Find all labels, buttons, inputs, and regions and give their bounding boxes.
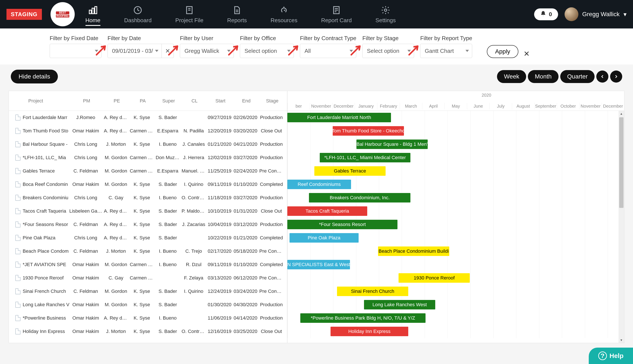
filter-label-contract-type: Filter by Contract Type [300, 35, 356, 42]
nav-resources[interactable]: Resources [271, 5, 297, 24]
gantt-bar[interactable]: Pine Oak Plaza [290, 233, 359, 242]
nav-reports[interactable]: Reports [227, 5, 247, 24]
filter-user[interactable]: Gregg Wallick [180, 44, 234, 58]
filter-report-type[interactable]: Gantt Chart [420, 44, 472, 58]
end-cell: 04/14/2020 [233, 315, 259, 321]
hide-details-button[interactable]: Hide details [11, 70, 58, 84]
pa-cell: K. Syse [130, 182, 156, 187]
stage-cell: Close Out [259, 329, 285, 334]
notifications-pill[interactable]: 0 [534, 8, 558, 20]
start-cell: 10/10/2019 [207, 208, 233, 214]
nav-report-card[interactable]: Report Card [321, 5, 352, 24]
close-filters-icon[interactable]: ✕ [524, 50, 530, 58]
table-row[interactable]: Holiday Inn ExpressOmar HakimJ. MortonK.… [9, 325, 287, 338]
table-row[interactable]: Tacos Craft TaqueriaLisbeleen GarciaA. R… [9, 204, 287, 218]
table-row[interactable]: Sinai French ChurchC. FeldmanM. GordonK.… [9, 285, 287, 298]
stage-cell: Production [259, 302, 285, 308]
scroll-up-icon[interactable]: ▲ [618, 111, 624, 116]
table-row[interactable]: Breakers CondominiuChris LongC. GayK. Sy… [9, 191, 287, 204]
gantt-bar[interactable]: Bal Harbour Square - Bldg 1 Men' [356, 140, 428, 149]
col-pm[interactable]: PM [69, 98, 104, 104]
col-end[interactable]: End [233, 98, 259, 104]
gantt-bar[interactable]: Beach Place Condominium Buildi [378, 246, 449, 256]
start-cell: 12/24/2019 [207, 288, 233, 294]
gantt-bar[interactable]: Tom Thumb Food Store - Okeecho [333, 126, 404, 136]
col-super[interactable]: Super [156, 98, 181, 104]
col-pa[interactable]: PA [130, 98, 156, 104]
col-cl[interactable]: CL [181, 98, 207, 104]
gantt-bar[interactable]: N SPECIALISTS East & West [287, 260, 350, 269]
user-menu[interactable]: Gregg Wallick ▾ [565, 7, 626, 21]
stage-cell: Pre Construc [259, 248, 285, 254]
gantt-bar[interactable]: Breakers Condominium, Inc. [309, 193, 410, 202]
nav-settings[interactable]: Settings [375, 5, 396, 24]
nav-project-file[interactable]: Project File [175, 5, 203, 24]
gantt-bar[interactable]: Long Lake Ranches West [364, 300, 435, 310]
filter-date[interactable]: 09/01/2019 - 03/ [108, 44, 162, 58]
gantt-bar[interactable]: 1930 Ponce Reroof [398, 273, 470, 283]
document-icon [15, 181, 21, 188]
month-label: November [579, 103, 602, 109]
view-month[interactable]: Month [528, 70, 558, 83]
filter-office[interactable]: Select option [240, 44, 294, 58]
logo[interactable]: BESTROOFING [51, 2, 75, 26]
col-stage[interactable]: Stage [259, 98, 285, 104]
gantt-bar[interactable]: Tacos Craft Taqueria [287, 206, 367, 216]
table-row[interactable]: Tom Thumb Food StoOmar HakimA. Rey de Ca… [9, 124, 287, 138]
project-cell: Sinai French Church [15, 288, 69, 294]
clear-date-button[interactable]: ✕ [162, 44, 174, 58]
gantt-bar[interactable]: Fort Lauderdale Marriott North [287, 113, 391, 122]
filter-contract-type[interactable]: All [300, 44, 356, 58]
chart-row: Tom Thumb Food Store - Okeecho [287, 124, 624, 138]
table-row[interactable]: Gables TerraceC. FeldmanM. GordonCarmen … [9, 164, 287, 178]
table-row[interactable]: Fort Lauderdale MarrJ.RomeoA. Rey de CaK… [9, 111, 287, 124]
col-project[interactable]: Project [15, 98, 69, 104]
table-row[interactable]: *Powerline BusinessOmar HakimA. Rey de C… [9, 312, 287, 325]
vertical-scrollbar[interactable]: ▲ ▼ [618, 111, 624, 343]
document-icon [15, 141, 21, 147]
month-label: December [332, 103, 355, 109]
table-row[interactable]: Boca Reef CondominOmar HakimM. GordonK. … [9, 178, 287, 191]
table-row[interactable]: Pine Oak PlazaChris LongA. Rey de CaK. S… [9, 231, 287, 244]
nav-label: Dashboard [124, 17, 152, 24]
svg-rect-1 [92, 8, 94, 14]
scroll-down-icon[interactable]: ▼ [618, 337, 624, 343]
gantt-bar[interactable]: Holiday Inn Express [331, 327, 408, 336]
apply-button[interactable]: Apply [487, 45, 518, 58]
gantt-bar[interactable]: *Powerline Business Park Bldg H, N/O, T/… [300, 313, 426, 323]
chart-row: Bal Harbour Square - Bldg 1 Men' [287, 138, 624, 151]
table-row[interactable]: Bal Harbour Square -Chris LongJ. MortonK… [9, 138, 287, 151]
gantt-bar[interactable]: *LFH-101, LLC_ Miami Medical Center [320, 153, 410, 162]
filter-fixed-date[interactable] [50, 44, 101, 58]
nav-home[interactable]: Home [86, 5, 100, 26]
table-row[interactable]: 1930 Ponce ReroofOmar HakimC. GayCarmen … [9, 271, 287, 285]
stage-cell: Production [259, 315, 285, 321]
gantt-bar[interactable]: *Four Seasons Resort [287, 220, 397, 229]
chart-side[interactable]: 2020 berNovemberDecemberJanuaryFebruaryM… [287, 91, 624, 343]
super-cell: S. Bader [156, 182, 181, 187]
filter-stage[interactable]: Select option [362, 44, 414, 58]
gantt-bar[interactable]: Gables Terrace [314, 166, 386, 176]
project-cell: *Powerline Business [15, 315, 69, 321]
next-button[interactable] [610, 70, 622, 82]
scroll-thumb[interactable] [619, 117, 623, 208]
table-row[interactable]: *JET AVIATION SPEOmar HakimM. GordonCarm… [9, 258, 287, 271]
view-quarter[interactable]: Quarter [560, 70, 594, 83]
nav-dashboard[interactable]: Dashboard [124, 5, 152, 24]
gantt-bar[interactable]: Sinai French Church [337, 286, 408, 296]
table-row[interactable]: Beach Place CondomC. FeldmanJ. MortonK. … [9, 244, 287, 258]
chart-row: *Powerline Business Park Bldg H, N/O, T/… [287, 312, 624, 325]
prev-button[interactable] [596, 70, 608, 82]
view-week[interactable]: Week [497, 70, 526, 83]
logo-text-bottom: ROOFING [56, 15, 69, 18]
table-row[interactable]: *Four Seasons ResorC. FeldmanA. Rey de C… [9, 218, 287, 231]
col-pe[interactable]: PE [104, 98, 130, 104]
table-row[interactable]: Long Lake Ranches VOmar HakimM. GordonK.… [9, 298, 287, 312]
document-icon [15, 248, 21, 254]
col-start[interactable]: Start [207, 98, 233, 104]
table-row[interactable]: *LFH-101, LLC_ MiaChris LongM. GordonCar… [9, 151, 287, 164]
gantt-bar[interactable]: Reef Condominiums [287, 180, 351, 189]
end-cell: 01/21/2020 [233, 235, 259, 241]
help-tab[interactable]: ? Help [589, 348, 633, 364]
month-label: April [422, 103, 445, 109]
